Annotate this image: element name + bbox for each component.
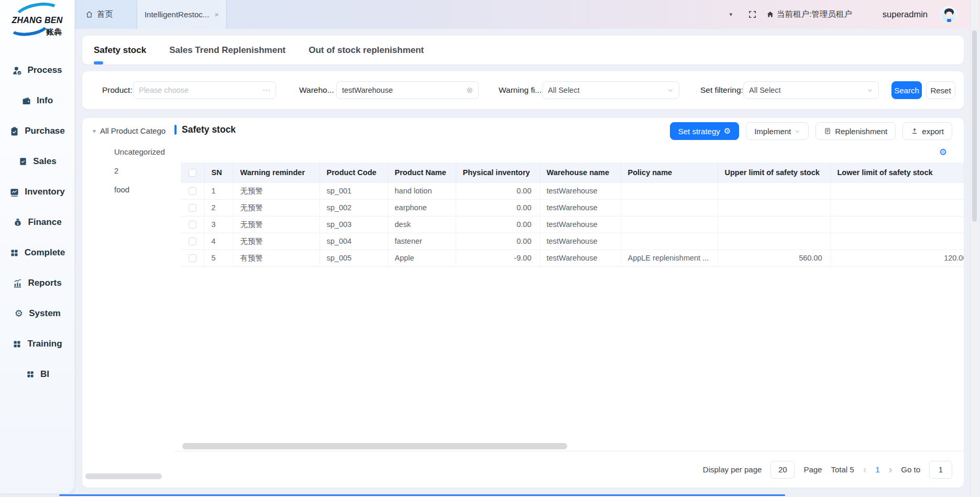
tab-intelligent-restock[interactable]: IntelligentRestoc... × [137, 0, 227, 29]
sidebar-item-finance[interactable]: Finance [0, 207, 74, 237]
sidebar-item-purchase[interactable]: Purchase [0, 116, 74, 146]
close-icon[interactable]: × [214, 10, 219, 19]
cell-policy [621, 182, 718, 199]
set-strategy-button[interactable]: Set strategy ⚙ [670, 122, 740, 140]
tree-node-2[interactable]: 2 [114, 161, 165, 180]
grid-icon [9, 248, 19, 257]
tab-safety-stock[interactable]: Safety stock [94, 45, 146, 56]
sidebar-item-bi[interactable]: BI [0, 359, 74, 390]
sidebar-item-label: Reports [28, 278, 61, 288]
scrollbar-thumb[interactable] [972, 30, 977, 222]
export-label: export [922, 127, 944, 136]
product-picker[interactable]: ⋯ [133, 81, 276, 99]
set-filtering-select[interactable]: All Select [743, 81, 879, 99]
page-tabstrip: Safety stock Sales Trend Replenishment O… [82, 36, 964, 64]
more-icon[interactable]: ⋯ [262, 85, 270, 95]
product-input[interactable] [139, 86, 259, 94]
sidebar: ZHANG BEN 账犇 Process Info Purchase Sale [0, 0, 75, 493]
page-vertical-scrollbar[interactable] [970, 0, 978, 497]
set-strategy-label: Set strategy [678, 127, 720, 136]
select-all-checkbox[interactable] [189, 169, 196, 177]
filter-bar: Product: ⋯ Wareho... ⊗ Warning fi... All… [82, 71, 964, 109]
app-logo[interactable]: ZHANG BEN 账犇 [0, 0, 74, 52]
cell-lower: 120.00 [830, 250, 964, 266]
sidebar-item-inventory[interactable]: Inventory [0, 177, 74, 207]
export-button[interactable]: export [902, 122, 952, 140]
fullscreen-icon[interactable] [748, 10, 757, 19]
cell-sn: 2 [204, 199, 233, 216]
sidebar-item-label: System [29, 308, 60, 319]
row-checkbox[interactable] [189, 221, 196, 229]
prev-page-icon[interactable]: ‹ [863, 463, 867, 476]
row-checkbox[interactable] [189, 204, 196, 212]
safety-stock-table: SN Warning reminder Product Code Product… [181, 163, 964, 267]
warning-filter-value: All Select [548, 86, 667, 94]
sidebar-item-sales[interactable]: Sales [0, 146, 74, 177]
cell-code: sp_002 [320, 199, 388, 216]
column-settings-gear-icon[interactable]: ⚙ [939, 148, 947, 157]
col-header-upper-limit: Upper limit of safety stock [718, 163, 830, 182]
table-horizontal-scrollbar[interactable] [182, 443, 567, 449]
warehouse-picker[interactable]: ⊗ [336, 81, 479, 99]
tree-node-uncategorized[interactable]: Uncategorized [114, 142, 165, 161]
chevron-down-icon [667, 87, 674, 93]
search-button[interactable]: Search [891, 81, 922, 99]
row-checkbox[interactable] [189, 254, 196, 262]
tree-node-food[interactable]: food [114, 180, 165, 199]
tenant-label: 当前租户:管理员租户 [777, 9, 852, 20]
cell-upper [718, 199, 830, 216]
warning-filter-select[interactable]: All Select [542, 81, 679, 99]
sidebar-nav: Process Info Purchase Sales Inventory [0, 52, 74, 390]
col-header-warning-reminder: Warning reminder [233, 163, 320, 182]
tree-collapse-icon[interactable]: ▾ [93, 127, 96, 135]
col-header-lower-limit: Lower limit of safety stock [830, 163, 964, 182]
cell-inventory: 0.00 [456, 216, 539, 233]
tree-horizontal-scrollbar[interactable] [85, 473, 162, 479]
sidebar-item-reports[interactable]: Reports [0, 268, 74, 298]
cell-inventory: -9.00 [456, 250, 539, 266]
section-accent-bar [174, 125, 177, 135]
document-check-icon [18, 157, 28, 166]
sidebar-item-system[interactable]: ⚙ System [0, 298, 74, 329]
safety-stock-panel: ▾ All Product Catego Uncategorized 2 foo… [82, 118, 964, 488]
sidebar-item-label: Inventory [25, 187, 65, 197]
document-icon [824, 127, 831, 135]
chevron-down-icon[interactable]: ▾ [729, 11, 732, 18]
username[interactable]: superadmin [883, 9, 928, 19]
content-area: Safety stock Sales Trend Replenishment O… [75, 29, 980, 497]
tree-node-all-product-categories[interactable]: ▾ All Product Catego [93, 126, 166, 135]
sidebar-item-training[interactable]: Training [0, 329, 74, 359]
page-size-input[interactable] [770, 461, 795, 479]
reset-button[interactable]: Reset [926, 81, 955, 99]
table-row: 1 无预警 sp_001 hand lotion 0.00 testWareho… [181, 182, 964, 199]
home-filled-icon [766, 10, 774, 18]
sidebar-item-process[interactable]: Process [0, 55, 74, 85]
tab-out-of-stock-replenishment[interactable]: Out of stock replenishment [309, 45, 424, 56]
sidebar-item-complete[interactable]: Complete [0, 237, 74, 268]
row-checkbox[interactable] [189, 187, 196, 195]
next-page-icon[interactable]: › [889, 463, 893, 476]
sidebar-item-label: Info [37, 95, 53, 106]
row-checkbox[interactable] [189, 237, 196, 245]
col-header-warehouse-name: Warehouse name [539, 163, 621, 182]
cell-policy: AppLE replenishment ... [621, 250, 718, 266]
clipboard-check-icon [9, 126, 19, 136]
current-page[interactable]: 1 [875, 465, 879, 474]
breadcrumb-home[interactable]: 首页 [85, 9, 113, 20]
tab-sales-trend-replenishment[interactable]: Sales Trend Replenishment [169, 45, 285, 56]
implement-button[interactable]: Implement [746, 122, 809, 140]
sidebar-item-info[interactable]: Info [0, 85, 74, 116]
section-title: Safety stock [182, 124, 236, 135]
warehouse-label: Wareho... [299, 71, 334, 109]
warehouse-input[interactable] [342, 86, 463, 94]
goto-page-input[interactable] [929, 461, 952, 479]
replenishment-button[interactable]: Replenishment [816, 122, 896, 140]
tenant-indicator[interactable]: 当前租户:管理员租户 [766, 9, 852, 20]
tab-label: IntelligentRestoc... [145, 10, 209, 19]
section-actions: Set strategy ⚙ Implement Replenishment [670, 122, 952, 140]
sidebar-item-label: Finance [28, 217, 61, 228]
clear-icon[interactable]: ⊗ [466, 85, 473, 95]
implement-label: Implement [754, 127, 791, 136]
avatar[interactable] [940, 6, 957, 23]
export-icon [911, 127, 918, 135]
